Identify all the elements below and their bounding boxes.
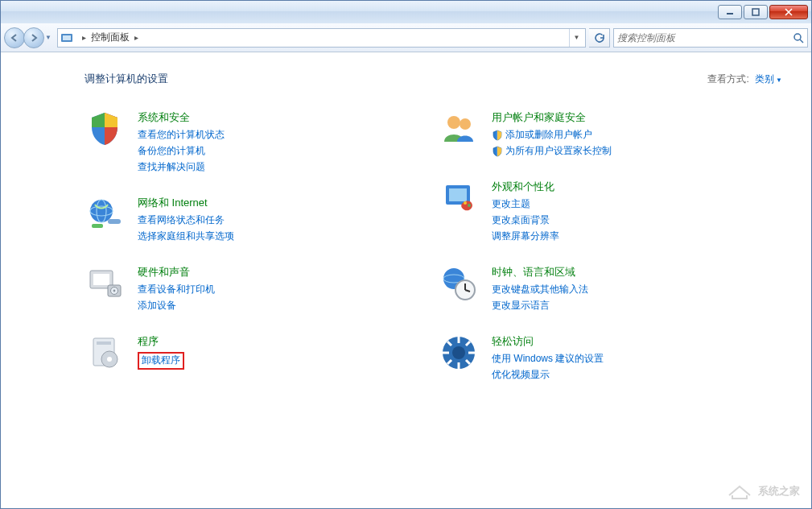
- category-link[interactable]: 选择家庭组和共享选项: [138, 230, 234, 243]
- ease-icon[interactable]: [439, 333, 479, 373]
- svg-rect-1: [752, 9, 759, 15]
- content-header: 调整计算机的设置 查看方式: 类别▼: [84, 72, 782, 86]
- category-link-label: 选择家庭组和共享选项: [138, 230, 234, 243]
- category-title[interactable]: 时钟、语言和区域: [492, 265, 588, 279]
- breadcrumb-sep-icon: ▸: [82, 33, 86, 42]
- svg-point-25: [468, 204, 471, 207]
- svg-rect-12: [93, 274, 109, 285]
- category-link[interactable]: 为所有用户设置家长控制: [492, 144, 612, 158]
- search-bar: [613, 28, 808, 48]
- watermark: 系统之家: [726, 482, 800, 500]
- shield-icon: [492, 130, 503, 141]
- category-link-label: 查找并解决问题: [138, 160, 205, 174]
- appearance-icon[interactable]: [439, 178, 479, 218]
- close-button[interactable]: [769, 5, 808, 19]
- clock-icon[interactable]: [439, 263, 479, 304]
- category-column: 系统和安全查看您的计算机状态备份您的计算机查找并解决问题网络和 Internet…: [84, 109, 374, 402]
- svg-rect-3: [63, 35, 71, 40]
- category-body: 外观和个性化更改主题更改桌面背景调整屏幕分辨率: [492, 178, 559, 246]
- category-body: 轻松访问使用 Windows 建议的设置优化视频显示: [492, 333, 604, 384]
- category-title[interactable]: 硬件和声音: [138, 265, 215, 279]
- category-link-label: 查看网络状态和任务: [138, 213, 225, 227]
- svg-rect-0: [727, 13, 733, 14]
- category-link-label: 添加或删除用户帐户: [505, 128, 592, 142]
- view-mode-dropdown[interactable]: 类别▼: [755, 73, 782, 85]
- category-link-label: 添加设备: [138, 299, 176, 312]
- category-link-label: 更改主题: [492, 197, 530, 211]
- svg-line-5: [800, 39, 803, 43]
- search-icon[interactable]: [793, 32, 804, 43]
- category-link[interactable]: 备份您的计算机: [138, 144, 225, 158]
- hardware-icon[interactable]: [84, 263, 125, 304]
- category-users: 用户帐户和家庭安全添加或删除用户帐户为所有用户设置家长控制: [439, 109, 728, 160]
- recent-locations-button[interactable]: ▼: [43, 29, 54, 47]
- category-body: 时钟、语言和区域更改键盘或其他输入法更改显示语言: [492, 263, 588, 315]
- category-link[interactable]: 添加设备: [138, 299, 215, 312]
- maximize-button[interactable]: [744, 5, 768, 19]
- category-link[interactable]: 更改键盘或其他输入法: [492, 283, 588, 296]
- svg-rect-9: [108, 219, 121, 224]
- category-link[interactable]: 查看设备和打印机: [138, 283, 215, 296]
- category-link-label: 为所有用户设置家长控制: [505, 144, 612, 158]
- control-panel-icon: [60, 31, 74, 45]
- users-icon[interactable]: [439, 109, 479, 149]
- category-link-label: 使用 Windows 建议的设置: [492, 352, 604, 366]
- svg-point-20: [447, 116, 460, 129]
- titlebar: [1, 1, 811, 23]
- network-icon[interactable]: [84, 194, 125, 234]
- category-appearance: 外观和个性化更改主题更改桌面背景调整屏幕分辨率: [439, 178, 728, 246]
- search-input[interactable]: [617, 32, 793, 43]
- category-title[interactable]: 系统和安全: [138, 110, 225, 125]
- category-title[interactable]: 轻松访问: [492, 334, 604, 349]
- category-link-label: 查看设备和打印机: [138, 283, 215, 296]
- category-link[interactable]: 优化视频显示: [492, 368, 604, 382]
- address-history-button[interactable]: ▼: [569, 29, 583, 47]
- category-clock: 时钟、语言和区域更改键盘或其他输入法更改显示语言: [439, 263, 728, 315]
- view-mode-label: 查看方式:: [707, 73, 748, 85]
- category-body: 程序卸载程序: [138, 333, 184, 373]
- svg-point-6: [90, 200, 113, 222]
- breadcrumb-sep-icon: ▸: [134, 33, 138, 42]
- highlight-box: 卸载程序: [138, 352, 184, 370]
- content-area: 调整计算机的设置 查看方式: 类别▼ 系统和安全查看您的计算机状态备份您的计算机…: [1, 52, 811, 508]
- category-link-label: 更改键盘或其他输入法: [492, 283, 588, 296]
- forward-button[interactable]: [23, 27, 44, 48]
- category-link-label: 备份您的计算机: [138, 144, 205, 158]
- category-link[interactable]: 查看您的计算机状态: [138, 128, 225, 142]
- category-ease: 轻松访问使用 Windows 建议的设置优化视频显示: [439, 333, 728, 384]
- minimize-button[interactable]: [718, 5, 742, 19]
- category-link[interactable]: 添加或删除用户帐户: [492, 128, 612, 142]
- address-bar[interactable]: ▸ 控制面板 ▸ ▼: [57, 28, 586, 48]
- svg-rect-10: [92, 224, 103, 228]
- svg-point-32: [452, 346, 465, 359]
- category-link[interactable]: 查找并解决问题: [138, 160, 225, 174]
- category-link-label: 查看您的计算机状态: [138, 128, 225, 142]
- back-button[interactable]: [4, 27, 25, 48]
- category-link[interactable]: 更改主题: [492, 197, 559, 211]
- breadcrumb-segment[interactable]: 控制面板: [91, 31, 130, 44]
- svg-point-24: [464, 201, 467, 205]
- category-title[interactable]: 网络和 Internet: [138, 196, 234, 210]
- category-title[interactable]: 程序: [138, 334, 184, 349]
- category-link[interactable]: 更改显示语言: [492, 299, 588, 312]
- category-link-label: 优化视频显示: [492, 368, 550, 382]
- programs-icon[interactable]: [84, 333, 125, 373]
- category-body: 系统和安全查看您的计算机状态备份您的计算机查找并解决问题: [138, 109, 225, 176]
- refresh-button[interactable]: [589, 28, 610, 48]
- category-title[interactable]: 用户帐户和家庭安全: [492, 110, 612, 125]
- category-title[interactable]: 外观和个性化: [492, 180, 559, 194]
- category-link[interactable]: 查看网络状态和任务: [138, 213, 234, 227]
- navbar: ▼ ▸ 控制面板 ▸ ▼: [1, 23, 811, 52]
- category-link[interactable]: 调整屏幕分辨率: [492, 230, 559, 243]
- svg-rect-17: [97, 341, 111, 345]
- category-link[interactable]: 卸载程序: [138, 352, 184, 370]
- category-link-label: 卸载程序: [142, 354, 180, 366]
- category-column: 用户帐户和家庭安全添加或删除用户帐户为所有用户设置家长控制外观和个性化更改主题更…: [439, 109, 728, 402]
- page-title: 调整计算机的设置: [84, 72, 168, 86]
- system-security-icon[interactable]: [84, 109, 125, 149]
- category-body: 网络和 Internet查看网络状态和任务选择家庭组和共享选项: [138, 194, 234, 246]
- category-grid: 系统和安全查看您的计算机状态备份您的计算机查找并解决问题网络和 Internet…: [84, 109, 782, 402]
- category-link[interactable]: 更改桌面背景: [492, 213, 559, 227]
- category-network: 网络和 Internet查看网络状态和任务选择家庭组和共享选项: [84, 194, 374, 246]
- category-link[interactable]: 使用 Windows 建议的设置: [492, 352, 604, 366]
